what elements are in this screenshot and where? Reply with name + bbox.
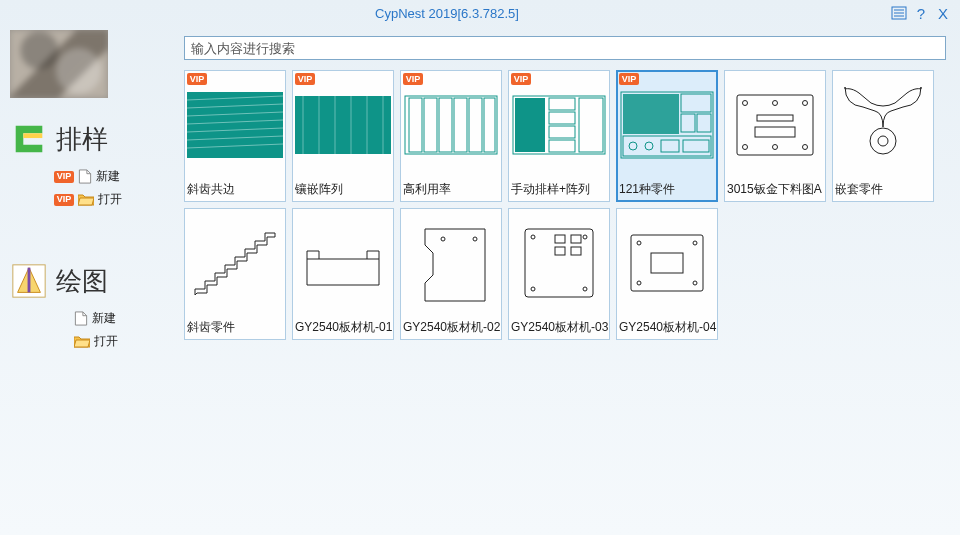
search-input[interactable]: [184, 36, 946, 60]
vip-badge: VIP: [54, 194, 74, 206]
svg-point-70: [693, 241, 697, 245]
svg-point-46: [743, 101, 748, 106]
template-thumbnail: [293, 209, 393, 317]
svg-rect-31: [549, 112, 575, 124]
svg-rect-29: [515, 98, 545, 152]
svg-point-47: [803, 101, 808, 106]
template-thumbnail: [401, 209, 501, 317]
vip-badge: VIP: [187, 73, 207, 85]
vip-badge: VIP: [54, 171, 74, 183]
title-bar: CypNest 2019[6.3.782.5] ? X: [0, 0, 960, 26]
template-caption: GY2540板材机-03: [509, 317, 609, 339]
vip-badge: VIP: [619, 73, 639, 85]
template-tile[interactable]: GY2540板材机-03: [508, 208, 610, 340]
window-title: CypNest 2019[6.3.782.5]: [6, 6, 888, 21]
svg-rect-6: [187, 92, 283, 158]
template-tile[interactable]: VIP镶嵌阵列: [292, 70, 394, 202]
template-grid: VIP斜齿共边 VIP镶嵌阵列 VIP高利用率 VIP手动排样+阵列 VIP12…: [184, 70, 946, 340]
svg-rect-32: [549, 126, 575, 138]
svg-point-72: [693, 281, 697, 285]
svg-rect-30: [549, 98, 575, 110]
template-thumbnail: [833, 71, 933, 179]
template-tile[interactable]: GY2540板材机-01: [292, 208, 394, 340]
template-thumbnail: [725, 71, 825, 179]
svg-rect-36: [623, 94, 679, 134]
svg-point-63: [531, 235, 535, 239]
template-tile[interactable]: VIP121种零件: [616, 70, 718, 202]
svg-point-57: [473, 237, 477, 241]
template-tile[interactable]: 嵌套零件: [832, 70, 934, 202]
svg-rect-59: [555, 235, 565, 243]
template-caption: 121种零件: [617, 179, 717, 201]
help-icon[interactable]: ?: [910, 3, 932, 23]
template-thumbnail: [509, 209, 609, 317]
svg-rect-27: [484, 98, 495, 152]
template-tile[interactable]: VIP手动排样+阵列: [508, 70, 610, 202]
template-tile[interactable]: VIP斜齿共边: [184, 70, 286, 202]
nest-title: 排样: [56, 122, 108, 157]
draw-title: 绘图: [56, 264, 108, 299]
svg-point-54: [870, 128, 896, 154]
svg-point-42: [645, 142, 653, 150]
svg-rect-33: [549, 140, 575, 152]
template-caption: 斜齿共边: [185, 179, 285, 201]
template-thumbnail: [401, 71, 501, 179]
action-label: 新建: [96, 168, 120, 185]
svg-rect-22: [409, 98, 422, 152]
svg-rect-68: [651, 253, 683, 273]
template-thumbnail: [293, 71, 393, 179]
menu-icon[interactable]: [888, 3, 910, 23]
svg-rect-62: [571, 247, 581, 255]
svg-rect-21: [405, 96, 497, 154]
svg-rect-25: [454, 98, 467, 152]
svg-point-65: [531, 287, 535, 291]
vip-badge: VIP: [511, 73, 531, 85]
template-tile[interactable]: GY2540板材机-02: [400, 208, 502, 340]
svg-point-56: [441, 237, 445, 241]
svg-rect-24: [439, 98, 452, 152]
svg-point-64: [583, 235, 587, 239]
svg-point-41: [629, 142, 637, 150]
draw-open-action[interactable]: 打开: [10, 331, 170, 352]
svg-point-55: [878, 136, 888, 146]
svg-point-48: [743, 145, 748, 150]
close-icon[interactable]: X: [932, 3, 954, 23]
template-caption: 嵌套零件: [833, 179, 933, 201]
template-thumbnail: [617, 209, 717, 317]
template-tile[interactable]: 斜齿零件: [184, 208, 286, 340]
template-thumbnail: [185, 71, 285, 179]
template-caption: 镶嵌阵列: [293, 179, 393, 201]
svg-rect-14: [295, 96, 391, 154]
svg-point-50: [773, 101, 778, 106]
svg-rect-38: [681, 114, 695, 132]
svg-rect-37: [681, 94, 711, 112]
svg-rect-61: [555, 247, 565, 255]
draw-new-action[interactable]: 新建: [10, 308, 170, 329]
svg-rect-44: [683, 140, 709, 152]
sidebar: 排样 VIP 新建 VIP 打开 绘图 新建 打开: [0, 26, 180, 535]
template-caption: GY2540板材机-01: [293, 317, 393, 339]
template-tile[interactable]: GY2540板材机-04: [616, 208, 718, 340]
nest-open-action[interactable]: VIP 打开: [10, 189, 170, 210]
svg-rect-34: [579, 98, 603, 152]
svg-rect-58: [525, 229, 593, 297]
svg-point-71: [637, 281, 641, 285]
action-label: 打开: [98, 191, 122, 208]
svg-rect-67: [631, 235, 703, 291]
avatar[interactable]: [10, 30, 108, 98]
template-tile[interactable]: VIP高利用率: [400, 70, 502, 202]
vip-badge: VIP: [295, 73, 315, 85]
file-new-icon: [78, 169, 92, 184]
svg-point-51: [773, 145, 778, 150]
svg-rect-53: [755, 127, 795, 137]
main: VIP斜齿共边 VIP镶嵌阵列 VIP高利用率 VIP手动排样+阵列 VIP12…: [180, 26, 960, 535]
vip-badge: VIP: [403, 73, 423, 85]
svg-rect-45: [737, 95, 813, 155]
template-caption: 高利用率: [401, 179, 501, 201]
folder-open-icon: [78, 193, 94, 206]
svg-rect-52: [757, 115, 793, 121]
svg-rect-40: [623, 136, 711, 156]
action-label: 打开: [94, 333, 118, 350]
nest-new-action[interactable]: VIP 新建: [10, 166, 170, 187]
template-tile[interactable]: 3015钣金下料图A: [724, 70, 826, 202]
